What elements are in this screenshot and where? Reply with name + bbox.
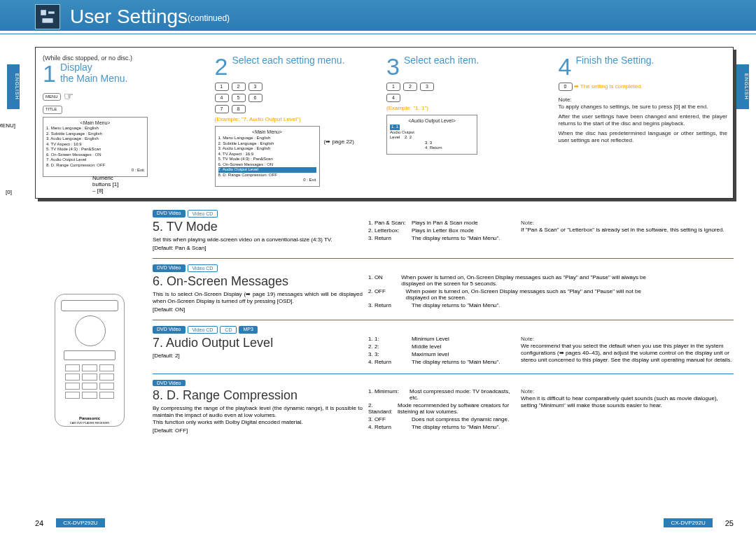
badge-mp3: MP3 — [239, 326, 257, 334]
remote-menu-label: [MENU] — [0, 122, 15, 129]
s5-note: Note: If "Pan & Scan" or "Letterbox" is … — [521, 220, 734, 251]
remote-column: Panasonic CAR DVD PLAYER RECEIVER [MENU]… — [35, 204, 148, 441]
step-3: 3 Select each item. 1234 (Example: "1. 1… — [386, 55, 556, 190]
step1-screen: <Main Menu> 1. Menu Language : English2.… — [43, 117, 148, 177]
s6-options: 1. ONWhen power is turned on, On-Screen … — [368, 274, 662, 313]
s8-default: [Default: OFF] — [153, 427, 363, 434]
step4-note-2: After the user settings have been change… — [559, 113, 728, 128]
side-tab-left: ENGLISH15 — [7, 64, 20, 109]
s5-default: [Default: Pan & Scan] — [153, 245, 363, 251]
badge-cd: CD — [220, 326, 237, 334]
model-badge-right: CX-DVP292U — [664, 518, 712, 527]
step-1: (While disc stopped, or no disc.) 1 Disp… — [43, 55, 212, 190]
step2-example: (Example: "7. Audio Output Level") — [215, 116, 384, 123]
badge-dvd: DVD Video — [153, 380, 186, 386]
remote-illustration: Panasonic CAR DVD PLAYER RECEIVER — [55, 294, 125, 427]
step4-zero-button[interactable]: 0 — [559, 83, 573, 91]
footer: 24 CX-DVP292U CX-DVP292U 25 — [0, 518, 756, 527]
step2-numeric-buttons[interactable]: 12345678 — [215, 83, 384, 113]
badge-dvd: DVD Video — [153, 210, 186, 218]
s8-desc: By compressing the range of the playback… — [153, 405, 363, 419]
step1-title: Display the Main Menu. — [60, 62, 128, 84]
svg-rect-1 — [48, 11, 55, 13]
step3-number: 3 — [386, 55, 400, 78]
settings-icon — [35, 4, 60, 29]
svg-rect-0 — [41, 10, 46, 15]
remote-numeric-label: Numeric buttons [1] – [8] — [92, 175, 123, 194]
page-number-right: 25 — [725, 519, 734, 527]
step-2: 2 Select each setting menu. 12345678 (Ex… — [215, 55, 384, 190]
section-drange: DVD Video 8. D. Range Compression By com… — [153, 374, 734, 441]
badge-vcd: Video CD — [188, 326, 218, 334]
badge-dvd: DVD Video — [153, 326, 186, 334]
s6-title: 6. On-Screen Messages — [153, 274, 363, 289]
s7-options: 1. 1:Minimum Level 2. 2:Middle level 3. … — [368, 336, 515, 367]
step4-title: Finish the Setting. — [575, 55, 654, 66]
badge-vcd: Video CD — [188, 264, 218, 272]
step4-number: 4 — [559, 55, 572, 78]
s8-desc2: This function only works with Dolby Digi… — [153, 419, 363, 426]
badge-dvd: DVD Video — [153, 264, 186, 272]
hand-icon: ☞ — [64, 90, 74, 104]
s7-note: Note: We recommend that you select the d… — [521, 336, 734, 367]
step4-note-3: When the disc has predetermined language… — [559, 130, 728, 145]
step2-number: 2 — [215, 55, 228, 78]
step1-precondition: (While disc stopped, or no disc.) — [43, 55, 212, 62]
badge-vcd: Video CD — [188, 210, 218, 218]
menu-button-icon[interactable]: MENU — [43, 93, 61, 101]
step4-note-head: Note: — [559, 97, 728, 104]
page-header: User Settings(continued) — [0, 0, 756, 31]
step2-title: Select each setting menu. — [232, 55, 344, 66]
step1-number: 1 — [43, 62, 56, 85]
s6-desc: This is to select On-Screen Display (➡ p… — [153, 291, 363, 305]
step2-pageref: (➡ page 22) — [324, 123, 354, 189]
step4-note-1: To apply changes to settings, be sure to… — [559, 104, 728, 111]
remote-model: CAR DVD PLAYER RECEIVER — [55, 421, 124, 425]
step2-screen: <Main Menu> 1. Menu Language : English2.… — [215, 126, 320, 186]
model-badge-left: CX-DVP292U — [56, 518, 104, 527]
remote-zero-label: [0] — [6, 189, 12, 195]
step4-arrow-text: ➡ The setting is completed. — [574, 83, 643, 90]
s8-options: 1. Minimum:Most compressed mode: TV broa… — [368, 388, 515, 434]
page-number-left: 24 — [35, 519, 43, 527]
section-tv-mode: DVD VideoVideo CD 5. TV Mode Set this wh… — [153, 204, 734, 259]
step3-title: Select each item. — [404, 55, 479, 66]
step3-screen: <Audio Output Level> 1. 1 Audio Output L… — [386, 115, 477, 154]
section-audio-level: DVD VideoVideo CDCDMP3 7. Audio Output L… — [153, 320, 734, 374]
title-button-icon[interactable]: TITLE — [43, 106, 62, 114]
step-4: 4 Finish the Setting. 0 ➡ The setting is… — [559, 55, 728, 190]
s5-title: 5. TV Mode — [153, 220, 363, 234]
s8-title: 8. D. Range Compression — [153, 388, 363, 403]
s5-desc: Set this when playing wide-screen video … — [153, 236, 363, 243]
step3-numeric-buttons[interactable]: 1234 — [386, 83, 556, 102]
s8-note: Note: When it is difficult to hear compa… — [521, 388, 734, 434]
page-title: User Settings(continued) — [70, 6, 230, 28]
s6-default: [Default: ON] — [153, 306, 363, 313]
s7-default: [Default: 2] — [153, 353, 363, 359]
step3-example: (Example: "1. 1") — [386, 105, 556, 112]
s5-options: 1. Pan & Scan:Plays in Pan & Scan mode 2… — [368, 220, 515, 251]
s7-title: 7. Audio Output Level — [153, 336, 363, 350]
steps-panel: (While disc stopped, or no disc.) 1 Disp… — [35, 47, 734, 199]
side-tab-right: ENGLISH16 — [736, 64, 749, 109]
remote-brand: Panasonic — [55, 416, 124, 420]
section-onscreen: DVD VideoVideo CD 6. On-Screen Messages … — [153, 259, 734, 320]
svg-rect-2 — [42, 18, 52, 22]
